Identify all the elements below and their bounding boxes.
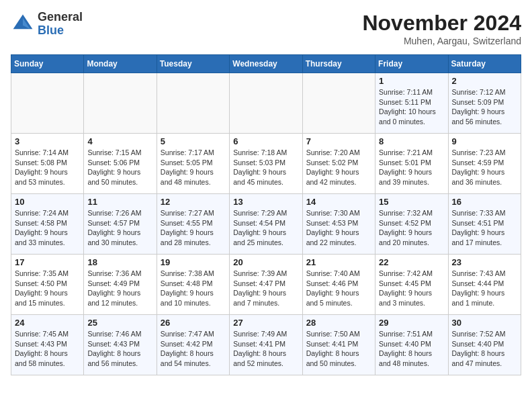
day-number: 5 [161,136,226,146]
calendar-week-row: 17Sunrise: 7:35 AMSunset: 4:50 PMDayligh… [11,255,521,315]
logo-icon [11,12,35,36]
day-number: 9 [452,136,517,146]
day-number: 14 [306,197,371,207]
day-info: Sunrise: 7:43 AMSunset: 4:44 PMDaylight:… [452,269,517,308]
day-number: 2 [452,76,517,86]
calendar-cell: 29Sunrise: 7:51 AMSunset: 4:40 PMDayligh… [375,315,448,375]
day-number: 25 [87,318,152,328]
day-info: Sunrise: 7:24 AMSunset: 4:58 PMDaylight:… [15,208,80,248]
calendar: SundayMondayTuesdayWednesdayThursdayFrid… [11,54,521,375]
day-number: 22 [379,257,444,267]
day-number: 23 [452,257,517,267]
calendar-cell [84,73,157,134]
header: General Blue November 2024 Muhen, Aargau… [11,11,521,46]
calendar-cell: 5Sunrise: 7:17 AMSunset: 5:05 PMDaylight… [157,134,229,194]
day-info: Sunrise: 7:17 AMSunset: 5:05 PMDaylight:… [161,148,226,187]
day-info: Sunrise: 7:38 AMSunset: 4:48 PMDaylight:… [161,269,226,308]
calendar-week-row: 3Sunrise: 7:14 AMSunset: 5:08 PMDaylight… [11,134,521,194]
day-number: 18 [87,257,152,267]
calendar-cell: 7Sunrise: 7:20 AMSunset: 5:02 PMDaylight… [302,134,375,194]
day-info: Sunrise: 7:20 AMSunset: 5:02 PMDaylight:… [306,148,371,187]
calendar-week-row: 1Sunrise: 7:11 AMSunset: 5:11 PMDaylight… [11,73,521,134]
day-number: 6 [233,136,298,146]
day-number: 26 [161,318,226,328]
day-info: Sunrise: 7:46 AMSunset: 4:43 PMDaylight:… [87,329,152,369]
weekday-header: Friday [375,55,448,73]
calendar-cell: 4Sunrise: 7:15 AMSunset: 5:06 PMDaylight… [84,134,157,194]
day-info: Sunrise: 7:21 AMSunset: 5:01 PMDaylight:… [379,148,444,187]
day-number: 12 [161,197,226,207]
day-number: 13 [233,197,298,207]
day-info: Sunrise: 7:18 AMSunset: 5:03 PMDaylight:… [233,148,298,187]
calendar-cell: 23Sunrise: 7:43 AMSunset: 4:44 PMDayligh… [448,255,521,315]
calendar-cell: 13Sunrise: 7:29 AMSunset: 4:54 PMDayligh… [230,194,302,255]
calendar-cell: 18Sunrise: 7:36 AMSunset: 4:49 PMDayligh… [84,255,157,315]
calendar-cell: 15Sunrise: 7:32 AMSunset: 4:52 PMDayligh… [375,194,448,255]
calendar-cell [302,73,375,134]
location: Muhen, Aargau, Switzerland [362,36,521,46]
day-info: Sunrise: 7:23 AMSunset: 4:59 PMDaylight:… [452,148,517,187]
calendar-cell: 27Sunrise: 7:49 AMSunset: 4:41 PMDayligh… [230,315,302,375]
calendar-week-row: 24Sunrise: 7:45 AMSunset: 4:43 PMDayligh… [11,315,521,375]
day-number: 7 [306,136,371,146]
calendar-cell [11,73,84,134]
day-info: Sunrise: 7:52 AMSunset: 4:40 PMDaylight:… [452,329,517,369]
calendar-cell: 2Sunrise: 7:12 AMSunset: 5:09 PMDaylight… [448,73,521,134]
calendar-week-row: 10Sunrise: 7:24 AMSunset: 4:58 PMDayligh… [11,194,521,255]
logo-blue: Blue [38,24,64,37]
day-info: Sunrise: 7:51 AMSunset: 4:40 PMDaylight:… [379,329,444,369]
calendar-cell: 14Sunrise: 7:30 AMSunset: 4:53 PMDayligh… [302,194,375,255]
weekday-header: Wednesday [230,55,302,73]
day-number: 20 [233,257,298,267]
month-title: November 2024 [362,11,521,36]
day-number: 15 [379,197,444,207]
calendar-cell: 6Sunrise: 7:18 AMSunset: 5:03 PMDaylight… [230,134,302,194]
day-info: Sunrise: 7:29 AMSunset: 4:54 PMDaylight:… [233,208,298,248]
calendar-cell: 22Sunrise: 7:42 AMSunset: 4:45 PMDayligh… [375,255,448,315]
day-info: Sunrise: 7:50 AMSunset: 4:41 PMDaylight:… [306,329,371,369]
day-info: Sunrise: 7:14 AMSunset: 5:08 PMDaylight:… [15,148,80,187]
day-info: Sunrise: 7:27 AMSunset: 4:55 PMDaylight:… [161,208,226,248]
calendar-cell: 12Sunrise: 7:27 AMSunset: 4:55 PMDayligh… [157,194,229,255]
day-number: 17 [15,257,80,267]
day-info: Sunrise: 7:11 AMSunset: 5:11 PMDaylight:… [379,87,444,127]
day-info: Sunrise: 7:49 AMSunset: 4:41 PMDaylight:… [233,329,298,369]
calendar-cell: 9Sunrise: 7:23 AMSunset: 4:59 PMDaylight… [448,134,521,194]
day-number: 4 [87,136,152,146]
day-number: 28 [306,318,371,328]
calendar-cell [230,73,302,134]
day-info: Sunrise: 7:12 AMSunset: 5:09 PMDaylight:… [452,87,517,127]
calendar-cell: 20Sunrise: 7:39 AMSunset: 4:47 PMDayligh… [230,255,302,315]
logo: General Blue [11,11,83,38]
calendar-cell: 16Sunrise: 7:33 AMSunset: 4:51 PMDayligh… [448,194,521,255]
weekday-header: Thursday [302,55,375,73]
day-number: 11 [87,197,152,207]
day-info: Sunrise: 7:40 AMSunset: 4:46 PMDaylight:… [306,269,371,308]
day-info: Sunrise: 7:30 AMSunset: 4:53 PMDaylight:… [306,208,371,248]
calendar-cell: 24Sunrise: 7:45 AMSunset: 4:43 PMDayligh… [11,315,84,375]
logo-general: General [38,10,83,24]
day-number: 30 [452,318,517,328]
calendar-cell: 26Sunrise: 7:47 AMSunset: 4:42 PMDayligh… [157,315,229,375]
day-number: 3 [15,136,80,146]
day-number: 16 [452,197,517,207]
day-info: Sunrise: 7:42 AMSunset: 4:45 PMDaylight:… [379,269,444,308]
day-number: 19 [161,257,226,267]
calendar-cell: 3Sunrise: 7:14 AMSunset: 5:08 PMDaylight… [11,134,84,194]
weekday-header: Monday [84,55,157,73]
title-area: November 2024 Muhen, Aargau, Switzerland [362,11,521,46]
calendar-cell: 21Sunrise: 7:40 AMSunset: 4:46 PMDayligh… [302,255,375,315]
day-info: Sunrise: 7:35 AMSunset: 4:50 PMDaylight:… [15,269,80,308]
day-number: 27 [233,318,298,328]
calendar-cell: 8Sunrise: 7:21 AMSunset: 5:01 PMDaylight… [375,134,448,194]
calendar-cell: 11Sunrise: 7:26 AMSunset: 4:57 PMDayligh… [84,194,157,255]
day-info: Sunrise: 7:47 AMSunset: 4:42 PMDaylight:… [161,329,226,369]
calendar-cell: 17Sunrise: 7:35 AMSunset: 4:50 PMDayligh… [11,255,84,315]
calendar-cell: 10Sunrise: 7:24 AMSunset: 4:58 PMDayligh… [11,194,84,255]
weekday-header: Sunday [11,55,84,73]
day-number: 10 [15,197,80,207]
day-number: 24 [15,318,80,328]
day-info: Sunrise: 7:36 AMSunset: 4:49 PMDaylight:… [87,269,152,308]
day-number: 29 [379,318,444,328]
weekday-header-row: SundayMondayTuesdayWednesdayThursdayFrid… [11,55,521,73]
